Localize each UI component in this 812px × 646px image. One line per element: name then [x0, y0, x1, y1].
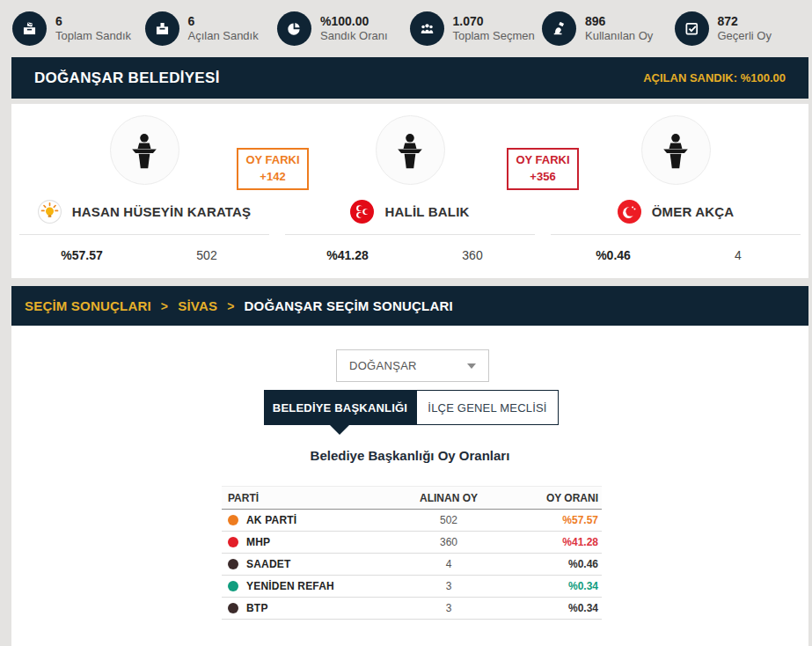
ballot-box-icon	[12, 11, 47, 46]
stat-label: Kullanılan Oy	[585, 29, 653, 44]
candidate-votes: 502	[144, 248, 269, 262]
party-color-dot	[228, 603, 238, 613]
municipality-header: DOĞANŞAR BELEDİYESİ AÇILAN SANDIK: %100.…	[11, 57, 808, 99]
stat-used-votes: 896 Kullanılan Oy	[542, 11, 675, 46]
candidates-section: HASAN HÜSEYİN KARATAŞ %57.57 502	[11, 104, 808, 278]
candidate-name: HALİL BALIK	[384, 204, 469, 219]
table-row: YENİDEN REFAH 3 %0.34	[222, 576, 602, 598]
party-color-dot	[228, 537, 238, 547]
stat-valid-votes: 872 Geçerli Oy	[675, 11, 808, 46]
party-votes: 4	[396, 558, 501, 570]
column-header-party: PARTİ	[222, 492, 396, 504]
candidate-result: %41.28 360	[285, 234, 535, 262]
party-name: SAADET	[246, 558, 291, 570]
district-select[interactable]: DOĞANŞAR	[336, 349, 489, 382]
stat-value: 872	[718, 13, 772, 29]
district-select-value: DOĞANŞAR	[349, 359, 417, 372]
stat-label: Geçerli Oy	[718, 29, 772, 44]
party-color-dot	[228, 559, 238, 569]
vote-difference-badge: OY FARKI +356	[507, 148, 579, 190]
candidate-card: HALİL BALIK %41.28 360	[277, 104, 543, 278]
stat-value: 896	[585, 13, 653, 29]
cast-vote-icon	[542, 11, 576, 46]
chevron-right-icon: >	[227, 299, 234, 313]
column-header-rate: OY ORANI	[501, 492, 602, 504]
stat-opened-ballot-boxes: 6 Açılan Sandık	[145, 11, 278, 46]
result-type-tabs: BELEDİYE BAŞKANLIĞI İLÇE GENEL MECLİSİ	[264, 390, 559, 425]
breadcrumb-current: DOĞANŞAR SEÇİM SONUÇLARI	[245, 298, 453, 313]
stat-label: Toplam Sandık	[55, 29, 131, 44]
party-rate: %0.46	[501, 558, 602, 570]
stat-total-ballot-boxes: 6 Toplam Sandık	[12, 11, 145, 46]
tab-mayorship[interactable]: BELEDİYE BAŞKANLIĞI	[264, 390, 416, 425]
chevron-right-icon: >	[161, 299, 168, 313]
column-header-votes: ALINAN OY	[396, 492, 501, 504]
stat-label: Açılan Sandık	[188, 29, 259, 44]
table-row: SAADET 4 %0.46	[222, 554, 602, 576]
candidate-card: HASAN HÜSEYİN KARATAŞ %57.57 502	[11, 104, 277, 278]
party-votes: 360	[396, 536, 501, 548]
akparti-logo	[38, 200, 62, 224]
breadcrumb-link-election-results[interactable]: SEÇİM SONUÇLARI	[25, 298, 151, 313]
municipality-title: DOĞANŞAR BELEDİYESİ	[34, 70, 220, 87]
party-name: BTP	[246, 602, 268, 614]
table-row: BTP 3 %0.34	[222, 598, 602, 620]
stat-value: %100.00	[320, 13, 388, 29]
party-name: AK PARTİ	[246, 514, 296, 526]
candidate-percent: %41.28	[285, 248, 410, 262]
candidate-percent: %0.46	[551, 248, 676, 262]
ballot-box-opened-icon	[145, 11, 179, 46]
party-rate: %57.57	[501, 514, 602, 526]
breadcrumb-link-province[interactable]: SİVAS	[178, 298, 217, 313]
pie-chart-icon	[277, 11, 311, 46]
opened-ballot-rate: AÇILAN SANDIK: %100.00	[643, 71, 786, 84]
party-rate: %0.34	[501, 602, 602, 614]
vote-difference-label: OY FARKI	[238, 152, 307, 169]
results-panel: DOĞANŞAR BELEDİYE BAŞKANLIĞI İLÇE GENEL …	[11, 326, 808, 646]
chevron-down-icon	[467, 363, 476, 369]
podium-speaker-icon	[641, 115, 711, 185]
election-results-page: 6 Toplam Sandık 6 Açılan Sandık	[0, 0, 812, 646]
table-row: AK PARTİ 502 %57.57	[222, 510, 602, 532]
valid-vote-icon	[675, 11, 709, 46]
podium-speaker-icon	[110, 115, 179, 185]
stats-bar: 6 Toplam Sandık 6 Açılan Sandık	[0, 0, 812, 57]
stat-value: 6	[188, 13, 259, 29]
active-tab-pointer	[330, 425, 349, 435]
party-rate: %0.34	[501, 580, 602, 592]
candidate-name: ÖMER AKÇA	[652, 204, 735, 219]
party-color-dot	[228, 581, 238, 591]
stat-ballot-box-rate: %100.00 Sandık Oranı	[277, 11, 410, 46]
candidate-votes: 360	[410, 248, 535, 262]
candidate-result: %0.46 4	[551, 234, 801, 262]
podium-speaker-icon	[376, 115, 445, 185]
candidate-card: ÖMER AKÇA %0.46 4	[543, 104, 808, 278]
stat-total-voters: 1.070 Toplam Seçmen	[410, 11, 543, 46]
party-votes: 3	[396, 602, 501, 614]
stat-label: Toplam Seçmen	[453, 29, 535, 44]
candidate-name: HASAN HÜSEYİN KARATAŞ	[72, 204, 252, 219]
candidate-percent: %57.57	[19, 248, 144, 262]
candidate-result: %57.57 502	[19, 234, 269, 262]
tab-district-council[interactable]: İLÇE GENEL MECLİSİ	[416, 390, 559, 425]
party-votes: 502	[396, 514, 501, 526]
results-table: PARTİ ALINAN OY OY ORANI AK PARTİ 502 %5…	[222, 486, 602, 620]
saadet-logo	[618, 200, 641, 224]
vote-difference-value: +142	[238, 169, 307, 186]
table-row: MHP 360 %41.28	[222, 532, 602, 554]
party-rate: %41.28	[501, 536, 602, 548]
vote-difference-label: OY FARKI	[508, 152, 577, 169]
table-header-row: PARTİ ALINAN OY OY ORANI	[222, 486, 602, 510]
stat-value: 1.070	[453, 13, 535, 29]
stat-value: 6	[55, 13, 131, 29]
party-name: YENİDEN REFAH	[246, 580, 334, 592]
vote-difference-badge: OY FARKI +142	[237, 148, 309, 190]
breadcrumb: SEÇİM SONUÇLARI > SİVAS > DOĞANŞAR SEÇİM…	[11, 286, 808, 326]
party-votes: 3	[396, 580, 501, 592]
candidate-votes: 4	[676, 248, 801, 262]
party-color-dot	[228, 515, 238, 525]
mhp-logo	[350, 200, 374, 224]
vote-difference-value: +356	[508, 169, 577, 186]
party-name: MHP	[246, 536, 270, 548]
stat-label: Sandık Oranı	[320, 29, 388, 44]
